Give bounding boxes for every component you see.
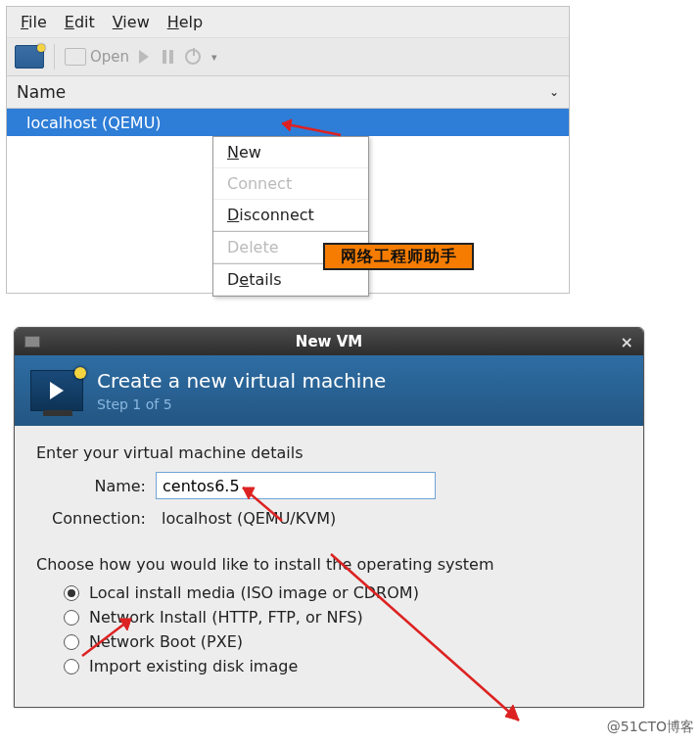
ctx-disconnect[interactable]: Disconnect — [213, 200, 368, 231]
context-menu: New Connect Disconnect Delete Details — [212, 136, 369, 297]
name-input[interactable] — [156, 472, 436, 499]
radio-icon — [64, 585, 79, 601]
details-heading: Enter your virtual machine details — [36, 443, 622, 462]
wizard-vm-icon — [30, 370, 83, 411]
menu-file[interactable]: FFileile — [13, 11, 55, 33]
annotation-arrow — [235, 482, 294, 527]
menu-view[interactable]: View — [105, 11, 158, 33]
svg-marker-5 — [119, 619, 131, 630]
close-icon[interactable]: × — [621, 333, 633, 351]
pause-icon[interactable] — [163, 50, 173, 64]
name-label: Name: — [36, 477, 146, 495]
wizard-header: Create a new virtual machine Step 1 of 5 — [15, 355, 643, 426]
play-icon[interactable] — [139, 50, 149, 64]
chevron-down-icon[interactable]: ▾ — [211, 51, 217, 64]
connection-label: Connection: — [36, 509, 146, 528]
open-button[interactable]: Open — [65, 48, 129, 66]
monitor-icon — [65, 48, 86, 66]
wizard-title: Create a new virtual machine — [97, 369, 386, 393]
virt-manager-window: FFileile Edit View Help Open ▾ Name ⌄ lo… — [6, 6, 570, 294]
ctx-connect: Connect — [213, 168, 368, 200]
name-column-header[interactable]: Name ⌄ — [7, 76, 569, 109]
new-vm-toolbar-button[interactable] — [15, 45, 44, 69]
page-watermark: @51CTO博客 — [607, 719, 694, 736]
toolbar: Open ▾ — [7, 38, 569, 76]
menubar: FFileile Edit View Help — [7, 7, 569, 38]
menu-edit[interactable]: Edit — [57, 11, 103, 33]
annotation-arrow — [74, 613, 143, 662]
menu-help[interactable]: Help — [160, 11, 210, 33]
separator — [54, 44, 55, 70]
open-label: Open — [90, 48, 129, 66]
svg-line-6 — [331, 554, 519, 721]
wizard-step: Step 1 of 5 — [97, 396, 386, 412]
dialog-title: New VM — [296, 333, 362, 350]
vm-list: Name ⌄ localhost (QEMU) New Connect Disc… — [7, 76, 569, 293]
vm-list-body: New Connect Disconnect Delete Details — [7, 136, 569, 293]
titlebar: New VM × — [15, 328, 643, 355]
svg-marker-1 — [282, 119, 292, 131]
app-icon — [24, 336, 40, 348]
watermark-badge: 网络工程师助手 — [323, 243, 474, 270]
chevron-down-icon: ⌄ — [549, 85, 559, 99]
svg-marker-7 — [505, 705, 519, 721]
annotation-arrow — [323, 548, 538, 734]
annotation-arrow — [272, 114, 350, 143]
power-icon[interactable] — [185, 49, 201, 65]
